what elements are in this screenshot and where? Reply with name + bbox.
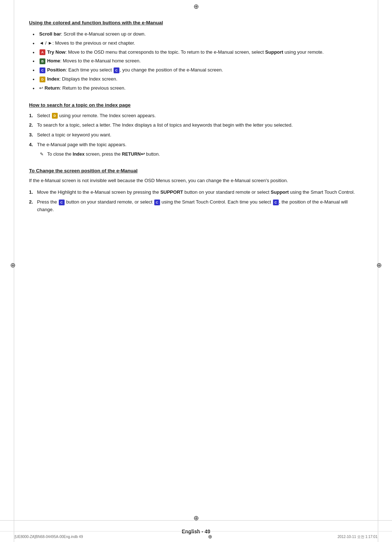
- index-bold-note: Index: [73, 152, 85, 157]
- step-2-2: 2. To search for a topic, select a lette…: [29, 122, 363, 129]
- position-text2: , you change the position of the e-Manua…: [120, 67, 223, 73]
- section-colored-buttons: Using the colored and function buttons w…: [29, 20, 363, 92]
- content-area: Using the colored and function buttons w…: [29, 20, 363, 506]
- btn-icon-c-4: C: [154, 200, 160, 205]
- return-text: ↩ Return: Return to the previous screen.: [39, 85, 126, 91]
- list-item-index: D Index: Displays the Index screen.: [33, 75, 363, 83]
- step-num-1: 1.: [29, 112, 33, 120]
- border-left: [14, 0, 14, 542]
- step-3-text: Select a topic or keyword you want.: [37, 132, 111, 137]
- page-container: ⊕ ⊕ ⊕ Using the colored and function but…: [0, 0, 392, 542]
- position-text: : Each time you select: [66, 67, 113, 73]
- btn-icon-a: A: [40, 49, 45, 55]
- marker-right: ⊕: [376, 261, 382, 269]
- step-3-1: 1. Move the Highlight to the e-Manual sc…: [29, 189, 363, 196]
- arrows-text: ◄ / ►: Moves to the previous or next cha…: [39, 40, 135, 46]
- step-num-4: 4.: [29, 141, 33, 149]
- scrollbar-text: : Scroll the e-Manual screen up or down.: [61, 31, 146, 37]
- support-bold-2: SUPPORT: [160, 189, 183, 195]
- btn-icon-d-1: D: [40, 77, 45, 82]
- marker-left: ⊕: [10, 261, 16, 269]
- section-change-position: To Change the screen position of the e-M…: [29, 168, 363, 214]
- step-2-1: 1. Select D using your remote. The Index…: [29, 112, 363, 120]
- index-bold: Index: [47, 76, 60, 82]
- list-item-arrows: ◄ / ►: Moves to the previous or next cha…: [33, 40, 363, 47]
- btn-icon-c-3: C: [59, 200, 65, 205]
- section1-title: Using the colored and function buttons w…: [29, 20, 363, 25]
- list-item-scrollbar: Scroll bar: Scroll the e-Manual screen u…: [33, 30, 363, 38]
- list-item-return: ↩ Return: Return to the previous screen.: [33, 85, 363, 92]
- index-text: : Displays the Index screen.: [60, 76, 118, 82]
- section3-intro: If the e-Manual screen is not invisible …: [29, 177, 363, 185]
- section-search-topic: How to search for a topic on the index p…: [29, 102, 363, 158]
- step-num-2: 2.: [29, 122, 33, 129]
- btn-icon-c-2: C: [114, 67, 119, 73]
- section3-steps: 1. Move the Highlight to the e-Manual sc…: [29, 189, 363, 213]
- try-now-text: : Move to the OSD menu that corresponds …: [65, 49, 265, 55]
- bottom-strip: [UE8000-ZA]BN68-04495A-00Eng.indb 49 ⊕ 2…: [0, 531, 392, 542]
- scrollbar-bold: Scroll bar: [39, 31, 61, 37]
- section2-note: To close the Index screen, press the RET…: [40, 151, 363, 158]
- step-3-2: 2. Press the C button on your standard r…: [29, 198, 363, 214]
- step-1-text: Select D using your remote. The Index sc…: [37, 113, 156, 118]
- support-bold: Support: [265, 49, 283, 55]
- section3-title: To Change the screen position of the e-M…: [29, 168, 363, 173]
- btn-icon-c-5: C: [273, 200, 279, 205]
- step-2-3: 3. Select a topic or keyword you want.: [29, 131, 363, 139]
- support-bold-3: Support: [271, 189, 289, 195]
- try-now-bold: Try Now: [47, 49, 66, 55]
- footer-crosshair-center: ⊕: [208, 534, 212, 540]
- crosshair-symbol-top: ⊕: [193, 3, 199, 11]
- step-3-num-1: 1.: [29, 189, 33, 196]
- list-item-position: C Position: Each time you select C, you …: [33, 66, 363, 74]
- position-bold: Position: [47, 67, 66, 73]
- home-bold: Home: [47, 58, 60, 63]
- step-2-text: To search for a topic, select a letter. …: [37, 122, 293, 128]
- step-num-3: 3.: [29, 131, 33, 139]
- section1-bullet-list: Scroll bar: Scroll the e-Manual screen u…: [33, 30, 363, 92]
- step-2-4: 4. The e-Manual page with the topic appe…: [29, 141, 363, 149]
- step-3-1-text: Move the Highlight to the e-Manual scree…: [37, 189, 355, 195]
- section2-steps: 1. Select D using your remote. The Index…: [29, 112, 363, 149]
- home-text: : Moves to the e-Manual home screen.: [60, 58, 141, 63]
- crosshair-top: ⊕: [192, 3, 200, 10]
- btn-icon-b: B: [40, 58, 45, 64]
- step-3-num-2: 2.: [29, 198, 33, 206]
- footer-file-info: [UE8000-ZA]BN68-04495A-00Eng.indb 49: [15, 535, 83, 539]
- section2-title: How to search for a topic on the index p…: [29, 102, 363, 108]
- btn-icon-c-1: C: [40, 67, 45, 73]
- list-item-try-now: A Try Now: Move to the OSD menu that cor…: [33, 49, 363, 56]
- border-right: [378, 0, 378, 542]
- step-3-2-text: Press the C button on your standard remo…: [37, 199, 348, 212]
- list-item-home: B Home: Moves to the e-Manual home scree…: [33, 57, 363, 65]
- crosshair-bottom: ⊕: [193, 514, 199, 522]
- return-bold-note: RETURN↩: [122, 152, 145, 157]
- step-4-text: The e-Manual page with the topic appears…: [37, 142, 126, 147]
- btn-icon-d-2: D: [52, 113, 58, 119]
- try-now-text2: using your remote.: [283, 49, 323, 55]
- footer-date-info: 2012-10-11 오전 1:17:01: [338, 534, 377, 539]
